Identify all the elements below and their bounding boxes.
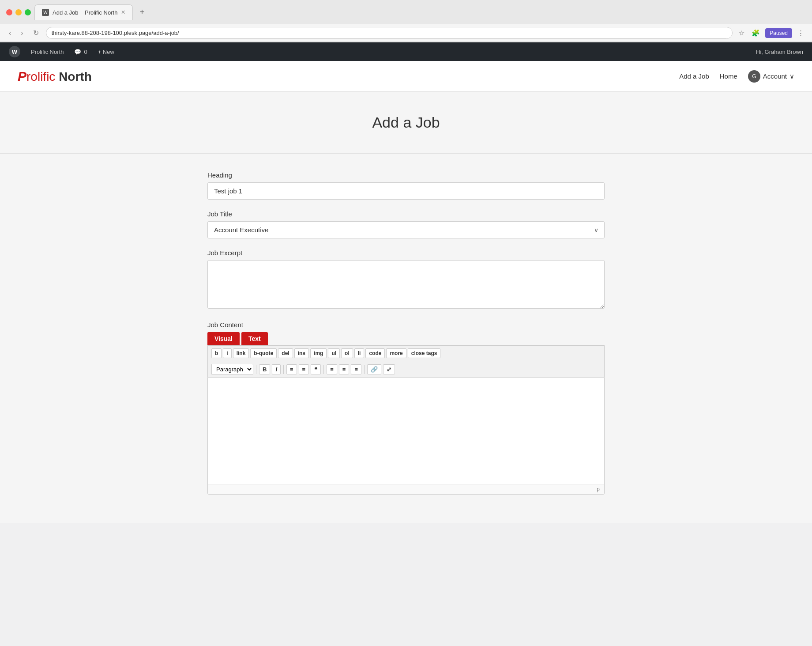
toolbar-bold-button[interactable]: B bbox=[259, 364, 270, 374]
minimize-dot[interactable] bbox=[15, 9, 22, 15]
job-content-field: Job Content Visual Text b i link b-quote… bbox=[207, 321, 605, 495]
toolbar-align-left-button[interactable]: ≡ bbox=[327, 364, 337, 374]
logo-text: Prolific North bbox=[18, 69, 92, 84]
page-title: Add a Job bbox=[18, 114, 794, 131]
toolbar-separator-2 bbox=[283, 365, 284, 374]
browser-chrome: W Add a Job – Prolific North × + ‹ › ↻ ☆… bbox=[0, 0, 812, 42]
qt-img[interactable]: img bbox=[310, 348, 327, 358]
tab-title: Add a Job – Prolific North bbox=[53, 9, 117, 16]
job-excerpt-textarea[interactable] bbox=[207, 260, 605, 309]
editor-tab-text[interactable]: Text bbox=[241, 332, 268, 345]
qt-ul[interactable]: ul bbox=[328, 348, 340, 358]
qt-close-tags[interactable]: close tags bbox=[408, 348, 441, 358]
editor-content: p bbox=[207, 378, 605, 495]
close-dot[interactable] bbox=[6, 9, 12, 15]
tab-favicon: W bbox=[42, 9, 49, 16]
browser-dots bbox=[6, 9, 31, 15]
heading-input[interactable] bbox=[207, 182, 605, 200]
browser-tab[interactable]: W Add a Job – Prolific North × bbox=[34, 4, 133, 20]
job-excerpt-field: Job Excerpt bbox=[207, 249, 605, 310]
page-hero: Add a Job bbox=[0, 92, 812, 154]
comments-count: 0 bbox=[84, 49, 87, 55]
wp-admin-bar: W Prolific North 💬 0 + New Hi, Graham Br… bbox=[0, 42, 812, 61]
job-title-select-wrapper: Account Executive Senior Account Executi… bbox=[207, 221, 605, 238]
qt-more[interactable]: more bbox=[386, 348, 406, 358]
new-label: + New bbox=[98, 49, 114, 55]
qt-ol[interactable]: ol bbox=[341, 348, 353, 358]
toolbar-align-right-button[interactable]: ≡ bbox=[351, 364, 361, 374]
toolbar-separator bbox=[256, 365, 256, 374]
site-header: Prolific North Add a Job Home G Account … bbox=[0, 61, 812, 92]
account-button[interactable]: G Account ∨ bbox=[748, 70, 794, 83]
toolbar-italic-button[interactable]: I bbox=[272, 364, 281, 374]
forward-button[interactable]: › bbox=[18, 27, 26, 39]
qt-i[interactable]: i bbox=[223, 348, 231, 358]
admin-bar-right: Hi, Graham Brown bbox=[751, 49, 808, 55]
comments-icon: 💬 bbox=[74, 49, 81, 55]
job-excerpt-label: Job Excerpt bbox=[207, 249, 605, 257]
toolbar-align-center-button[interactable]: ≡ bbox=[339, 364, 350, 374]
logo-rolific: rolific bbox=[26, 70, 55, 83]
toolbar-separator-3 bbox=[323, 365, 324, 374]
toolbar-ul-button[interactable]: ≡ bbox=[286, 364, 297, 374]
admin-bar-site-label: Prolific North bbox=[31, 49, 64, 55]
toolbar-fullscreen-button[interactable]: ⤢ bbox=[383, 364, 395, 374]
site-logo[interactable]: Prolific North bbox=[18, 69, 92, 84]
logo-north: North bbox=[59, 70, 92, 83]
maximize-dot[interactable] bbox=[25, 9, 31, 15]
editor-quicktags: b i link b-quote del ins img ul ol li co… bbox=[207, 345, 605, 361]
job-title-field: Job Title Account Executive Senior Accou… bbox=[207, 210, 605, 238]
toolbar-ol-button[interactable]: ≡ bbox=[299, 364, 309, 374]
account-label: Account bbox=[763, 72, 787, 80]
toolbar-separator-4 bbox=[364, 365, 365, 374]
admin-bar-new[interactable]: + New bbox=[93, 42, 120, 61]
editor-toolbar: Paragraph Heading 1 Heading 2 B I ≡ ≡ ❝ … bbox=[207, 361, 605, 378]
qt-b[interactable]: b bbox=[211, 348, 222, 358]
wp-logo: W bbox=[9, 46, 20, 57]
qt-ins[interactable]: ins bbox=[294, 348, 309, 358]
toolbar-format-select[interactable]: Paragraph Heading 1 Heading 2 bbox=[211, 364, 253, 375]
editor-tabs: Visual Text bbox=[207, 332, 605, 345]
editor-path: p bbox=[597, 486, 600, 492]
qt-link[interactable]: link bbox=[233, 348, 249, 358]
job-title-label: Job Title bbox=[207, 210, 605, 218]
heading-field: Heading bbox=[207, 171, 605, 200]
menu-button[interactable]: ⋮ bbox=[796, 27, 806, 39]
browser-addressbar: ‹ › ↻ ☆ 🧩 Paused ⋮ bbox=[0, 24, 812, 42]
nav-home[interactable]: Home bbox=[720, 72, 737, 80]
admin-bar-user-greeting: Hi, Graham Brown bbox=[751, 49, 808, 55]
reload-button[interactable]: ↻ bbox=[30, 27, 41, 39]
browser-icons: ☆ 🧩 Paused ⋮ bbox=[737, 27, 806, 39]
toolbar-blockquote-button[interactable]: ❝ bbox=[311, 364, 321, 374]
nav-add-job[interactable]: Add a Job bbox=[679, 72, 709, 80]
new-tab-button[interactable]: + bbox=[136, 6, 148, 19]
tab-close-button[interactable]: × bbox=[121, 8, 125, 16]
admin-bar-comments[interactable]: 💬 0 bbox=[69, 42, 92, 61]
editor-tab-visual[interactable]: Visual bbox=[207, 332, 240, 345]
heading-label: Heading bbox=[207, 171, 605, 179]
main-content: Heading Job Title Account Executive Seni… bbox=[0, 154, 812, 523]
qt-li[interactable]: li bbox=[354, 348, 365, 358]
back-button[interactable]: ‹ bbox=[6, 27, 14, 39]
editor-body[interactable] bbox=[208, 378, 604, 484]
address-bar[interactable] bbox=[46, 27, 733, 39]
job-title-select[interactable]: Account Executive Senior Account Executi… bbox=[207, 221, 605, 238]
account-avatar: G bbox=[748, 70, 760, 83]
account-chevron-icon: ∨ bbox=[789, 72, 794, 80]
job-content-label: Job Content bbox=[207, 321, 605, 329]
paused-button[interactable]: Paused bbox=[765, 28, 792, 38]
qt-code[interactable]: code bbox=[365, 348, 385, 358]
toolbar-link-button[interactable]: 🔗 bbox=[367, 364, 381, 374]
editor-statusbar: p bbox=[208, 484, 604, 494]
qt-del[interactable]: del bbox=[278, 348, 293, 358]
site-nav: Add a Job Home G Account ∨ bbox=[679, 70, 794, 83]
admin-bar-site-name[interactable]: Prolific North bbox=[26, 42, 69, 61]
extensions-icon[interactable]: 🧩 bbox=[750, 27, 762, 39]
browser-titlebar: W Add a Job – Prolific North × + bbox=[0, 0, 812, 24]
qt-b-quote[interactable]: b-quote bbox=[250, 348, 277, 358]
bookmark-icon[interactable]: ☆ bbox=[737, 27, 746, 39]
form-container: Heading Job Title Account Executive Seni… bbox=[207, 171, 605, 495]
wp-logo-item[interactable]: W bbox=[4, 42, 26, 61]
logo-p: P bbox=[18, 69, 26, 83]
